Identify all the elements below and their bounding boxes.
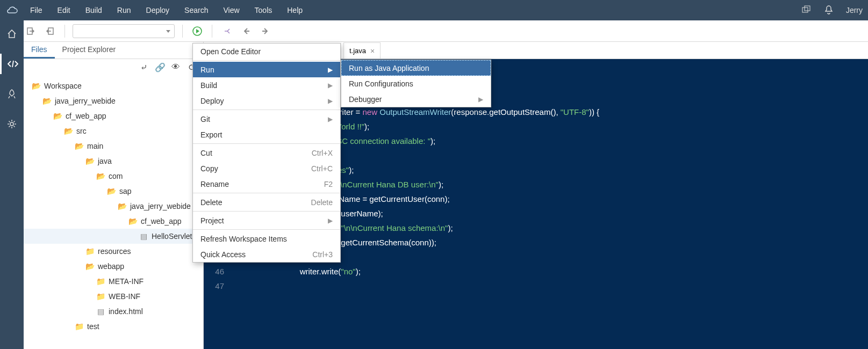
menu-help[interactable]: Help — [287, 6, 303, 14]
tab-files[interactable]: Files — [24, 42, 55, 59]
submenu-run-config[interactable]: Run Configurations — [341, 76, 491, 91]
menu-build[interactable]: Build — [85, 6, 102, 14]
tree-main[interactable]: 📂main — [24, 139, 203, 154]
ctx-cut[interactable]: CutCtrl+X — [193, 145, 340, 161]
tree-java[interactable]: 📂java — [24, 154, 203, 169]
link-icon[interactable]: 🔗 — [155, 62, 164, 73]
submenu-run: Run as Java Application Run Configuratio… — [341, 60, 491, 107]
tree-test[interactable]: 📁test — [24, 319, 203, 334]
tree-label: main — [87, 142, 103, 150]
code-line: 46 writer.write("no"); — [204, 264, 868, 279]
nav-back-icon[interactable] — [239, 24, 253, 38]
tree-file-servlet[interactable]: ▤HelloServlet — [24, 229, 203, 244]
tree-workspace[interactable]: 📂Workspace — [24, 78, 203, 93]
tree-label: com — [109, 172, 123, 180]
tree-pkg-app[interactable]: 📂cf_web_app — [24, 214, 203, 229]
export-icon[interactable] — [43, 24, 57, 38]
editor-tab[interactable]: t.java × — [343, 42, 381, 59]
ctx-open-code-editor[interactable]: Open Code Editor — [193, 43, 340, 59]
chevron-right-icon: ▶ — [478, 96, 483, 103]
separator — [64, 25, 65, 38]
gutter: 47 — [204, 281, 229, 290]
menu-search[interactable]: Search — [184, 6, 208, 14]
tree-label: sap — [119, 187, 132, 195]
submenu-run-java[interactable]: Run as Java Application — [341, 60, 491, 76]
chevron-right-icon: ▶ — [328, 97, 333, 105]
chevron-right-icon: ▶ — [328, 82, 333, 89]
tree-label: cf_web_app — [66, 112, 106, 120]
shortcut: Ctrl+X — [312, 149, 333, 157]
tree-metainf[interactable]: 📁META-INF — [24, 274, 203, 289]
separator — [193, 211, 340, 212]
rail-settings-icon[interactable] — [0, 114, 24, 134]
chevron-right-icon: ▶ — [328, 115, 333, 123]
tree-project[interactable]: 📂java_jerry_webide — [24, 93, 203, 108]
user-name[interactable]: Jerry — [846, 6, 863, 14]
tree-resources[interactable]: 📁resources — [24, 244, 203, 259]
tree-label: cf_web_app — [141, 217, 182, 226]
tree-sap[interactable]: 📂sap — [24, 184, 203, 199]
tree-src[interactable]: 📂src — [24, 123, 203, 139]
svg-point-3 — [10, 122, 13, 126]
menu-tools[interactable]: Tools — [255, 6, 272, 14]
tree-index[interactable]: ▤index.html — [24, 304, 203, 319]
editor-tab-label: t.java — [349, 47, 366, 55]
close-icon[interactable]: × — [370, 47, 375, 55]
tree-webapp[interactable]: 📂webapp — [24, 259, 203, 274]
nav-branch-icon[interactable] — [220, 24, 234, 38]
submenu-debugger[interactable]: Debugger▶ — [341, 91, 491, 107]
shortcut: F2 — [324, 180, 333, 188]
ctx-quick-access[interactable]: Quick AccessCtrl+3 — [193, 246, 340, 262]
shortcut: Delete — [311, 198, 333, 207]
menu-file[interactable]: File — [30, 6, 42, 14]
code-line: 47 — [204, 279, 868, 293]
rail-rocket-icon[interactable] — [0, 84, 24, 104]
import-icon[interactable] — [24, 24, 38, 38]
tree-app[interactable]: 📂cf_web_app — [24, 108, 203, 123]
ctx-refresh[interactable]: Refresh Workspace Items — [193, 231, 340, 246]
separator — [193, 60, 340, 61]
eye-icon[interactable]: 👁 — [171, 62, 181, 73]
ctx-project[interactable]: Project▶ — [193, 213, 340, 228]
windows-icon[interactable] — [802, 5, 812, 16]
tree-label: webapp — [98, 262, 124, 271]
menu-edit[interactable]: Edit — [58, 6, 70, 14]
tab-project-explorer[interactable]: Project Explorer — [55, 42, 124, 59]
separator — [193, 110, 340, 110]
tree-label: java_jerry_webide — [130, 202, 191, 210]
separator — [182, 25, 183, 38]
rail-code-icon[interactable] — [0, 54, 24, 74]
tree-label: java — [98, 157, 112, 165]
chevron-right-icon: ▶ — [328, 217, 333, 224]
tree-pkg[interactable]: 📂java_jerry_webide — [24, 199, 203, 214]
code-text: writer.write("no"); — [237, 267, 361, 276]
ctx-run[interactable]: Run▶ — [193, 62, 340, 77]
ctx-build[interactable]: Build▶ — [193, 77, 340, 93]
ctx-deploy[interactable]: Deploy▶ — [193, 93, 340, 108]
nav-forward-icon[interactable] — [259, 24, 272, 38]
run-config-dropdown[interactable] — [73, 24, 175, 38]
tree-label: test — [87, 322, 99, 331]
cloud-icon[interactable] — [0, 6, 24, 14]
ctx-export[interactable]: Export — [193, 127, 340, 142]
collapse-icon[interactable]: ⤶ — [139, 62, 148, 73]
separator — [193, 143, 340, 144]
menu-run[interactable]: Run — [117, 6, 131, 14]
sidebar: Files Project Explorer ⤶ 🔗 👁 ⟳ 📂Workspac… — [24, 42, 204, 349]
ctx-rename[interactable]: RenameF2 — [193, 176, 340, 192]
tree-webinf[interactable]: 📁WEB-INF — [24, 289, 203, 304]
ctx-copy[interactable]: CopyCtrl+C — [193, 161, 340, 176]
side-toolbar: ⤶ 🔗 👁 ⟳ — [24, 59, 203, 76]
menu-deploy[interactable]: Deploy — [146, 6, 170, 14]
rail-home-icon[interactable] — [0, 24, 24, 44]
tree-label: META-INF — [109, 277, 144, 286]
ctx-delete[interactable]: DeleteDelete — [193, 194, 340, 210]
context-menu: Open Code Editor Run▶ Build▶ Deploy▶ Git… — [192, 43, 341, 263]
bell-icon[interactable] — [824, 5, 833, 16]
menu-view[interactable]: View — [223, 6, 239, 14]
tree-label: index.html — [109, 307, 143, 316]
tree-com[interactable]: 📂com — [24, 169, 203, 184]
ctx-git[interactable]: Git▶ — [193, 111, 340, 127]
run-icon[interactable] — [190, 24, 204, 38]
tree-label: src — [76, 127, 87, 135]
